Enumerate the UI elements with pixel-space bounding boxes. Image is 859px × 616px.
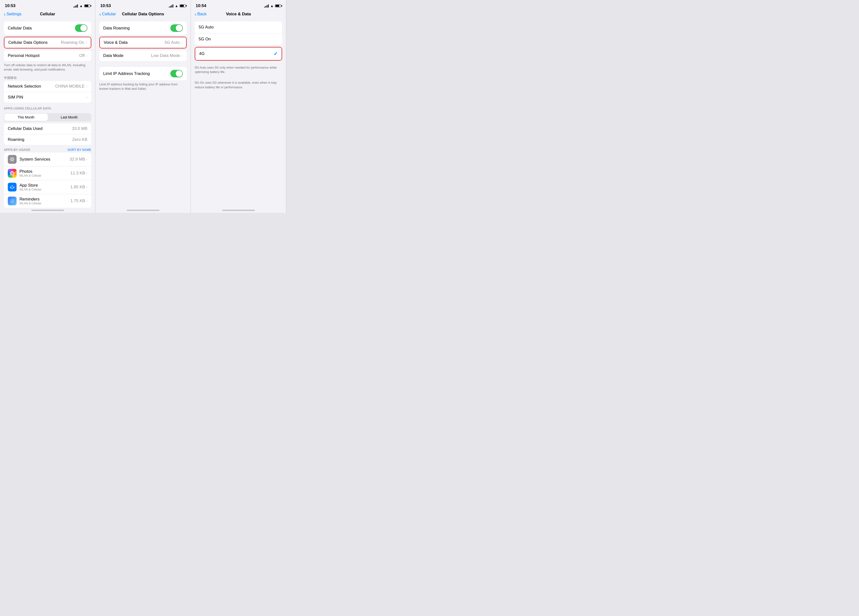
time-2: 10:53 bbox=[100, 3, 111, 8]
limit-ip-row[interactable]: Limit IP Address Tracking bbox=[99, 67, 187, 80]
data-mode-value: Low Data Mode › bbox=[151, 53, 183, 58]
photos-row[interactable]: 🌸 Photos WLAN & Cellular 11.3 KB › bbox=[4, 167, 91, 180]
cellular-used-value: 33.0 MB bbox=[72, 126, 87, 131]
back-button-2[interactable]: ‹ Cellular bbox=[99, 12, 116, 17]
network-options-top: 5G Auto 5G On bbox=[195, 22, 282, 45]
4g-label: 4G bbox=[199, 51, 205, 56]
chevron-right-hotspot: › bbox=[86, 53, 87, 58]
apps-section: APPS USING CELLULAR DATA This Month Last… bbox=[0, 104, 95, 208]
sort-by-name-btn[interactable]: SORT BY NAME bbox=[67, 148, 91, 151]
carrier-section: Network Selection CHINA MOBILE › SIM PIN… bbox=[4, 81, 91, 103]
limit-ip-toggle[interactable] bbox=[170, 70, 183, 77]
sim-pin-row[interactable]: SIM PIN › bbox=[4, 92, 91, 103]
photos-size: 11.3 KB › bbox=[70, 171, 87, 176]
system-services-size: 32.9 MB › bbox=[70, 157, 87, 162]
personal-hotspot-row[interactable]: Personal Hotspot Off › bbox=[4, 50, 91, 61]
cellular-data-options-value: Roaming On › bbox=[61, 40, 87, 45]
app-store-name: App Store bbox=[19, 183, 70, 188]
chevron-right-data-mode: › bbox=[181, 53, 183, 58]
content-1: Cellular Data Cellular Data Options Roam… bbox=[0, 19, 95, 208]
cellular-data-toggle[interactable] bbox=[75, 24, 87, 32]
network-selection-value: CHINA MOBILE › bbox=[55, 84, 87, 89]
month-segment[interactable]: This Month Last Month bbox=[4, 113, 91, 122]
app-list: System Services 32.9 MB › 🌸 Photos WLAN … bbox=[4, 153, 91, 208]
roaming-value: Zero KB bbox=[72, 137, 87, 142]
wifi-icon-3: ▲ bbox=[270, 4, 273, 8]
data-roaming-toggle[interactable] bbox=[170, 24, 183, 32]
cellular-used-label: Cellular Data Used bbox=[8, 126, 42, 131]
data-roaming-label: Data Roaming bbox=[103, 26, 130, 31]
status-icons-3: ▲ bbox=[264, 4, 281, 8]
cellular-description: Turn off cellular data to restrict all d… bbox=[0, 61, 95, 74]
reminders-row[interactable]: ☑ Reminders WLAN & Cellular 1.75 KB › bbox=[4, 194, 91, 208]
content-3: 5G Auto 5G On 4G ✓ 5G Auto uses 5G only … bbox=[191, 19, 286, 208]
limit-ip-label: Limit IP Address Tracking bbox=[103, 71, 150, 76]
chevron-left-icon-1: ‹ bbox=[4, 12, 6, 17]
status-bar-1: 10:53 ▲ bbox=[0, 0, 95, 10]
5g-on-row[interactable]: 5G On bbox=[195, 33, 282, 45]
system-services-row[interactable]: System Services 32.9 MB › bbox=[4, 153, 91, 167]
network-selection-label: Network Selection bbox=[8, 84, 41, 89]
4g-checkmark: ✓ bbox=[273, 51, 278, 57]
signal-icon-1 bbox=[73, 4, 78, 8]
status-bar-2: 10:53 ▲ bbox=[95, 0, 191, 10]
voice-data-row[interactable]: Voice & Data 5G Auto › bbox=[100, 37, 186, 48]
cellular-data-options-highlighted[interactable]: Cellular Data Options Roaming On › bbox=[4, 37, 91, 48]
back-button-1[interactable]: ‹ Settings bbox=[4, 12, 22, 17]
4g-row[interactable]: 4G ✓ bbox=[195, 47, 282, 60]
status-icons-1: ▲ bbox=[73, 4, 90, 8]
this-month-btn[interactable]: This Month bbox=[5, 114, 48, 121]
data-mode-label: Data Mode bbox=[103, 53, 123, 58]
cellular-data-section: Cellular Data bbox=[4, 22, 91, 35]
apps-using-label: APPS USING CELLULAR DATA bbox=[0, 104, 95, 111]
chevron-right-voice: › bbox=[181, 41, 182, 45]
5g-auto-label: 5G Auto bbox=[198, 25, 214, 30]
battery-icon-1 bbox=[84, 5, 90, 7]
nav-bar-3: ‹ Back Voice & Data bbox=[191, 10, 286, 19]
apps-by-usage-label: APPS BY USAGE bbox=[4, 148, 30, 151]
battery-icon-2 bbox=[180, 5, 186, 7]
nav-bar-1: ‹ Settings Cellular bbox=[0, 10, 95, 19]
cellular-data-label: Cellular Data bbox=[8, 26, 32, 31]
voice-data-highlighted[interactable]: Voice & Data 5G Auto › bbox=[99, 37, 187, 48]
photos-subtitle: WLAN & Cellular bbox=[19, 174, 70, 177]
5g-auto-row[interactable]: 5G Auto bbox=[195, 22, 282, 33]
voice-data-label: Voice & Data bbox=[104, 40, 128, 45]
cellular-data-options-row[interactable]: Cellular Data Options Roaming On › bbox=[5, 37, 91, 48]
photos-icon: 🌸 bbox=[8, 169, 17, 178]
photos-name: Photos bbox=[19, 169, 70, 174]
home-indicator-1 bbox=[31, 210, 64, 211]
app-store-row[interactable]: App Store WLAN & Cellular 1.85 KB › bbox=[4, 180, 91, 194]
wifi-icon-2: ▲ bbox=[175, 4, 178, 8]
app-store-icon bbox=[8, 183, 17, 192]
battery-icon-3 bbox=[275, 5, 281, 7]
system-services-name: System Services bbox=[19, 157, 70, 162]
cellular-used-row: Cellular Data Used 33.0 MB bbox=[4, 123, 91, 134]
reminders-icon: ☑ bbox=[8, 196, 17, 205]
personal-hotspot-section: Personal Hotspot Off › bbox=[4, 50, 91, 61]
time-1: 10:53 bbox=[5, 3, 15, 8]
sim-pin-value: › bbox=[86, 95, 87, 100]
signal-icon-3 bbox=[264, 4, 269, 8]
data-mode-row[interactable]: Data Mode Low Data Mode › bbox=[99, 50, 187, 61]
last-month-btn[interactable]: Last Month bbox=[48, 114, 91, 121]
reminders-subtitle: WLAN & Cellular bbox=[19, 202, 70, 205]
cellular-data-options-label: Cellular Data Options bbox=[8, 40, 48, 45]
chevron-left-icon-3: ‹ bbox=[195, 12, 197, 17]
screen-voice-data: 10:54 ▲ ‹ Back Voice & Data bbox=[191, 0, 286, 213]
network-selection-row[interactable]: Network Selection CHINA MOBILE › bbox=[4, 81, 91, 92]
data-roaming-row[interactable]: Data Roaming bbox=[99, 22, 187, 35]
5g-auto-note: 5G Auto uses 5G only when needed for per… bbox=[191, 64, 286, 76]
4g-highlighted[interactable]: 4G ✓ bbox=[195, 47, 282, 61]
5g-on-label: 5G On bbox=[198, 37, 211, 42]
nav-title-3: Voice & Data bbox=[226, 12, 251, 17]
cellular-data-row[interactable]: Cellular Data bbox=[4, 22, 91, 35]
status-bar-3: 10:54 ▲ bbox=[191, 0, 286, 10]
5g-on-note: 5G On uses 5G whenever it is available, … bbox=[191, 79, 286, 91]
carrier-label: 中国移动 bbox=[0, 74, 95, 81]
roaming-row: Roaming Zero KB bbox=[4, 134, 91, 145]
data-roaming-section: Data Roaming bbox=[99, 22, 187, 35]
chevron-right-icon: › bbox=[86, 41, 87, 45]
back-button-3[interactable]: ‹ Back bbox=[195, 12, 206, 17]
nav-bar-2: ‹ Cellular Cellular Data Options bbox=[95, 10, 191, 19]
